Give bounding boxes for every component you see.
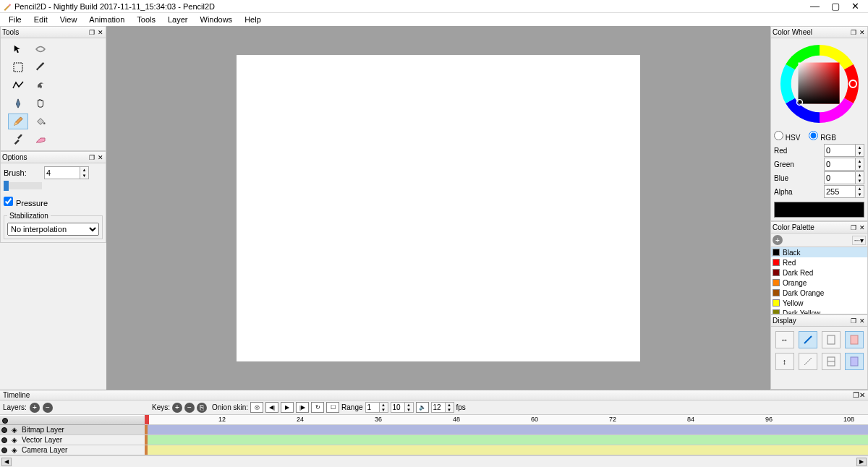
visibility-toggle[interactable] <box>1 437 7 443</box>
alpha-input[interactable]: ▲▼ <box>824 185 864 198</box>
menu-file[interactable]: File <box>3 14 27 25</box>
visibility-toggle[interactable] <box>1 447 7 453</box>
grid-button[interactable] <box>822 353 841 370</box>
add-key-button[interactable]: + <box>172 403 182 413</box>
eyedropper-tool[interactable] <box>8 132 28 147</box>
sound-button[interactable]: 🔈 <box>416 402 429 413</box>
remove-key-button[interactable]: − <box>184 403 195 413</box>
palette-item[interactable]: Black <box>771 247 867 257</box>
onion-next-button[interactable] <box>845 353 864 370</box>
loop-button[interactable]: ↻ <box>311 402 324 413</box>
stabilization-select[interactable]: No interpolation <box>7 223 99 236</box>
float-icon[interactable]: ❐ <box>850 224 857 231</box>
playhead[interactable] <box>145 415 149 424</box>
color-swatch <box>773 289 780 296</box>
maximize-button[interactable]: ▢ <box>831 1 840 12</box>
menu-view[interactable]: View <box>54 14 83 25</box>
rgb-radio[interactable]: RGB <box>809 131 835 142</box>
float-icon[interactable]: ❐ <box>88 154 95 161</box>
select-tool[interactable] <box>8 59 28 75</box>
play-button[interactable]: ▶ <box>281 402 294 413</box>
blue-input[interactable]: ▲▼ <box>824 171 864 184</box>
float-icon[interactable]: ❐ <box>853 391 859 399</box>
float-icon[interactable]: ❐ <box>88 29 95 36</box>
dup-key-button[interactable]: ⎘ <box>197 403 207 413</box>
close-icon[interactable]: ✕ <box>97 29 104 36</box>
add-color-button[interactable]: + <box>773 235 783 245</box>
onion-toggle[interactable]: ◎ <box>250 402 263 413</box>
palette-item[interactable]: Dark Yellow <box>771 308 867 314</box>
track-row[interactable] <box>145 445 868 455</box>
menu-animation[interactable]: Animation <box>83 14 130 25</box>
horizontal-scrollbar[interactable]: ◀ ▶ <box>0 455 868 467</box>
close-icon[interactable]: ✕ <box>859 317 866 325</box>
brush-tool[interactable] <box>30 59 51 75</box>
palette-item[interactable]: Yellow <box>771 298 867 308</box>
eraser-tool[interactable] <box>30 132 51 147</box>
layer-row[interactable]: ◈Camera Layer <box>0 445 145 455</box>
pressure-checkbox[interactable]: Pressure <box>4 199 48 207</box>
onion-prev-button[interactable] <box>845 331 864 348</box>
overlay-button[interactable] <box>799 353 817 370</box>
palette-item[interactable]: Red <box>771 257 867 267</box>
menu-windows[interactable]: Windows <box>195 14 239 25</box>
range-end-input[interactable]: ▲▼ <box>391 402 414 413</box>
palette-options-button[interactable]: ···▾ <box>852 236 866 245</box>
brush-size-input[interactable]: ▲▼ <box>44 166 89 179</box>
palette-item[interactable]: Dark Orange <box>771 288 867 298</box>
layer-row[interactable]: ◈Bitmap Layer <box>0 425 145 435</box>
pencil-tool[interactable] <box>8 113 28 129</box>
minimize-button[interactable]: — <box>810 1 820 12</box>
visibility-toggle[interactable] <box>1 427 7 433</box>
float-icon[interactable]: ❐ <box>850 317 857 325</box>
outlines-button[interactable] <box>822 331 841 348</box>
polyline-tool[interactable] <box>8 77 28 93</box>
keyframe[interactable] <box>145 425 148 434</box>
hsv-radio[interactable]: HSV <box>774 131 800 142</box>
track-row[interactable] <box>145 425 868 435</box>
bucket-tool[interactable] <box>30 113 51 129</box>
menu-layer[interactable]: Layer <box>162 14 194 25</box>
hand-tool[interactable] <box>30 95 51 111</box>
move-tool[interactable] <box>8 41 28 57</box>
close-icon[interactable]: ✕ <box>859 29 866 36</box>
mirror-v-button[interactable]: ↕ <box>775 353 794 370</box>
last-frame-button[interactable]: |▶ <box>296 402 309 413</box>
menu-edit[interactable]: Edit <box>28 14 54 25</box>
all-visibility-toggle[interactable] <box>2 418 8 424</box>
layer-row[interactable]: ◈Vector Layer <box>0 435 145 445</box>
clear-tool[interactable] <box>30 41 51 57</box>
timeline-track[interactable]: 1224364860728496108 <box>145 415 868 455</box>
remove-layer-button[interactable]: − <box>43 403 53 413</box>
close-icon[interactable]: ✕ <box>97 154 104 161</box>
close-button[interactable]: ✕ <box>851 1 859 12</box>
green-input[interactable]: ▲▼ <box>824 158 864 171</box>
palette-item[interactable]: Dark Red <box>771 267 867 278</box>
fps-input[interactable]: ▲▼ <box>431 402 454 413</box>
canvas-viewport[interactable] <box>106 26 770 390</box>
canvas[interactable] <box>237 55 640 361</box>
color-wheel[interactable] <box>777 41 862 127</box>
range-check[interactable]: ☐ <box>326 402 339 413</box>
menu-tools[interactable]: Tools <box>131 14 161 25</box>
red-input[interactable]: ▲▼ <box>824 144 864 157</box>
close-icon[interactable]: ✕ <box>859 391 865 399</box>
pen-tool[interactable] <box>8 95 28 111</box>
keyframe[interactable] <box>145 445 148 455</box>
mirror-h-button[interactable]: ↔ <box>775 331 794 348</box>
keyframe[interactable] <box>145 435 148 445</box>
close-icon[interactable]: ✕ <box>859 224 866 231</box>
range-start-input[interactable]: ▲▼ <box>365 402 388 413</box>
color-palette-panel: Color Palette ❐ ✕ + ···▾ BlackRedDark Re… <box>770 221 868 314</box>
palette-item[interactable]: Orange <box>771 278 867 288</box>
brush-slider[interactable] <box>4 182 42 189</box>
track-row[interactable] <box>145 435 868 445</box>
float-icon[interactable]: ❐ <box>850 29 857 36</box>
palette-list[interactable]: BlackRedDark RedOrangeDark OrangeYellowD… <box>771 247 867 314</box>
menu-help[interactable]: Help <box>239 14 267 25</box>
frame-ruler[interactable]: 1224364860728496108 <box>145 415 868 425</box>
smudge-tool[interactable] <box>30 77 51 93</box>
thin-lines-button[interactable] <box>799 331 817 348</box>
add-layer-button[interactable]: + <box>30 403 40 413</box>
first-frame-button[interactable]: ◀| <box>265 402 278 413</box>
